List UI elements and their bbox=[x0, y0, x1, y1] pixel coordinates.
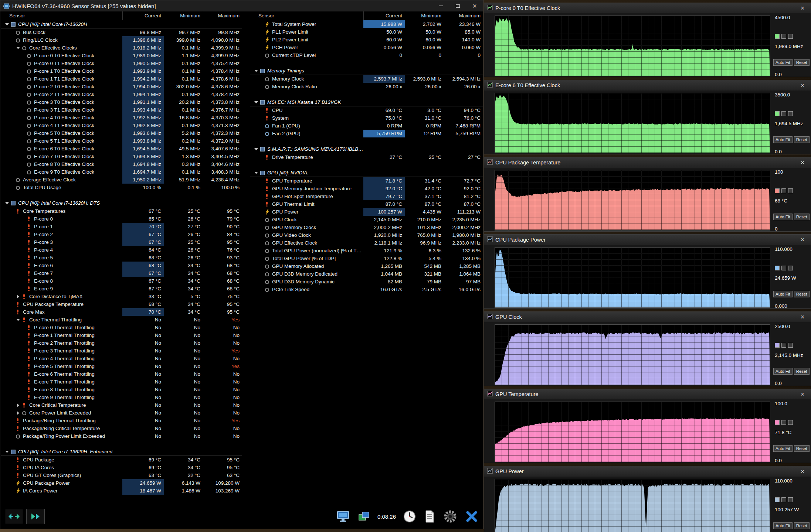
sensor-row[interactable]: Fan 1 (CPU)0 RPM0 RPM7,468 RPM bbox=[250, 122, 483, 130]
clock-button[interactable] bbox=[403, 509, 417, 524]
sensor-row[interactable]: CPU Package Temperature68 °C34 °C95 °C bbox=[1, 300, 242, 308]
sensor-row[interactable]: CPU IA Cores69 °C34 °C95 °C bbox=[1, 464, 242, 471]
sensor-row[interactable]: Fan 2 (GPU)5,759 RPM12 RPM5,759 RPM bbox=[250, 130, 483, 137]
sensor-row[interactable]: Total System Power15.988 W2.702 W23.346 … bbox=[250, 20, 483, 28]
graph-color-swatch[interactable] bbox=[775, 188, 780, 193]
graph-color-swatch[interactable] bbox=[775, 111, 780, 116]
close-icon[interactable]: × bbox=[797, 4, 808, 12]
expand-arrow-icon[interactable] bbox=[15, 410, 21, 415]
sensor-row[interactable]: P-core 1 T1 Effective Clock1,994.2 MHz0.… bbox=[1, 75, 242, 83]
sensor-row[interactable]: PCH Power0.056 W0.056 W0.060 W bbox=[250, 44, 483, 51]
close-icon[interactable]: × bbox=[797, 236, 808, 244]
sensor-row[interactable]: P-core 5 Thermal ThrottlingNoNoYes bbox=[1, 362, 242, 370]
remote-monitor-button[interactable] bbox=[336, 510, 350, 523]
reorder-left-right-button[interactable] bbox=[5, 509, 23, 524]
reset-button[interactable]: Reset bbox=[794, 445, 810, 452]
sensor-row[interactable]: P-core 0 T1 Effective Clock1,990.5 MHz0.… bbox=[1, 59, 242, 67]
report-button[interactable] bbox=[423, 509, 436, 524]
graph-color-swatch[interactable] bbox=[775, 266, 780, 270]
graph-titlebar[interactable]: GPU Clock× bbox=[484, 312, 811, 322]
sensor-row[interactable]: IA Cores Power18.467 W1.486 W103.269 W bbox=[1, 487, 242, 495]
sensor-row[interactable]: Core Distance to TjMAX33 °C5 °C75 °C bbox=[1, 293, 242, 300]
auto-fit-button[interactable]: Auto Fit bbox=[773, 291, 793, 297]
sensor-row[interactable]: CPU69.0 °C3.0 °C94.0 °C bbox=[250, 106, 483, 114]
collapse-arrow-icon[interactable] bbox=[253, 170, 259, 175]
sensor-row[interactable]: P-core 4 T0 Effective Clock1,992.5 MHz16… bbox=[1, 114, 242, 122]
graph-color-swatch[interactable] bbox=[781, 497, 786, 502]
sensor-row[interactable]: Ring/LLC Clock1,396.6 MHz399.0 MHz4,090.… bbox=[1, 36, 242, 44]
sensor-row[interactable]: P-core 4 T1 Effective Clock1,992.8 MHz0.… bbox=[1, 122, 242, 129]
auto-fit-button[interactable]: Auto Fit bbox=[773, 136, 793, 143]
sensor-row[interactable]: P-core 0 T0 Effective Clock1,989.0 MHz1.… bbox=[1, 52, 242, 59]
sensor-row[interactable]: E-core 668 °C34 °C68 °C bbox=[1, 262, 242, 269]
close-button[interactable]: × bbox=[466, 0, 483, 11]
sensor-row[interactable]: Memory Clock Ratio26.00 x26.00 x26.00 x bbox=[250, 83, 483, 91]
sensor-row[interactable]: E-core 9 Thermal ThrottlingNoNoNo bbox=[1, 393, 242, 401]
sensor-row[interactable]: Core Critical TemperatureNoNoNo bbox=[1, 401, 242, 409]
graph-color-swatch[interactable] bbox=[781, 343, 786, 348]
graph-titlebar[interactable]: P-core 0 T0 Effective Clock× bbox=[484, 3, 811, 13]
graph-color-swatch[interactable] bbox=[788, 188, 793, 193]
close-icon[interactable]: × bbox=[797, 313, 808, 321]
sensor-row[interactable]: E-core 6 Thermal ThrottlingNoNoNo bbox=[1, 370, 242, 378]
graph-color-swatch[interactable] bbox=[775, 343, 780, 348]
graph-color-swatch[interactable] bbox=[775, 497, 780, 502]
collapse-arrow-icon[interactable] bbox=[253, 68, 259, 73]
reset-button[interactable]: Reset bbox=[794, 368, 810, 375]
sensor-section-row[interactable]: CPU [#0]: Intel Core i7-13620H: Enhanced bbox=[1, 448, 242, 456]
collapse-arrow-icon[interactable] bbox=[15, 45, 21, 50]
sensor-row[interactable]: Package/Ring Critical TemperatureNoNoNo bbox=[1, 424, 242, 432]
sensor-row[interactable]: GPU Memory Clock2,000.2 MHz101.3 MHz2,00… bbox=[250, 224, 483, 231]
sensor-row[interactable]: Average Effective Clock1,950.2 MHz51.9 M… bbox=[1, 176, 242, 184]
sensor-row[interactable]: P-core 4 Thermal ThrottlingNoNoNo bbox=[1, 355, 242, 362]
graph-color-swatch[interactable] bbox=[788, 266, 793, 270]
graph-color-swatch[interactable] bbox=[781, 420, 786, 425]
sensor-row[interactable]: P-core 5 T0 Effective Clock1,993.6 MHz5.… bbox=[1, 129, 242, 137]
sensor-row[interactable]: P-core 1 Thermal ThrottlingNoNoNo bbox=[1, 331, 242, 339]
sensor-row[interactable]: E-core 8 T0 Effective Clock1,694.8 MHz0.… bbox=[1, 160, 242, 168]
reset-button[interactable]: Reset bbox=[794, 214, 810, 220]
graph-color-swatch[interactable] bbox=[775, 420, 780, 425]
auto-fit-button[interactable]: Auto Fit bbox=[773, 522, 793, 529]
sensor-row[interactable]: GPU D3D Memory Dynamic82 MB79 MB97 MB bbox=[250, 278, 483, 286]
sensor-row[interactable]: Bus Clock99.8 MHz99.7 MHz99.8 MHz bbox=[1, 28, 242, 36]
sensor-section-row[interactable]: GPU [#0]: NVIDIA: bbox=[250, 169, 483, 177]
sensor-row[interactable]: P-core 267 °C26 °C84 °C bbox=[1, 231, 242, 238]
collapse-arrow-icon[interactable] bbox=[15, 317, 21, 322]
sensor-row[interactable]: E-core 7 T0 Effective Clock1,694.8 MHz1.… bbox=[1, 153, 242, 160]
sensor-row[interactable]: P-core 3 Thermal ThrottlingNoNoYes bbox=[1, 347, 242, 355]
sensor-row[interactable]: P-core 065 °C26 °C79 °C bbox=[1, 215, 242, 223]
sensor-row[interactable]: GPU Hot Spot Temperature79.7 °C37.1 °C81… bbox=[250, 192, 483, 200]
graph-color-swatch[interactable] bbox=[788, 343, 793, 348]
sensor-row[interactable]: P-core 464 °C26 °C76 °C bbox=[1, 246, 242, 254]
graph-color-swatch[interactable] bbox=[788, 34, 793, 39]
sensor-row[interactable]: GPU Memory Junction Temperature92.0 °C42… bbox=[250, 185, 483, 192]
sensor-section-row[interactable]: CPU [#0]: Intel Core i7-13620H bbox=[1, 20, 242, 28]
layout-windows-button[interactable] bbox=[357, 510, 371, 523]
sensor-row[interactable]: GPU Temperature71.8 °C31.4 °C72.7 °C bbox=[250, 177, 483, 185]
graph-color-swatch[interactable] bbox=[788, 420, 793, 425]
sensor-row[interactable]: GPU Video Clock1,920.0 MHz765.0 MHz1,980… bbox=[250, 231, 483, 239]
auto-fit-button[interactable]: Auto Fit bbox=[773, 59, 793, 66]
sensor-row[interactable]: Memory Clock2,593.7 MHz2,593.0 MHz2,594.… bbox=[250, 75, 483, 83]
sensor-row[interactable]: Current cTDP Level000 bbox=[250, 51, 483, 59]
sensor-row[interactable]: GPU Clock2,145.0 MHz210.0 MHz2,235.0 MHz bbox=[250, 216, 483, 224]
auto-fit-button[interactable]: Auto Fit bbox=[773, 214, 793, 220]
sensor-row[interactable]: Total GPU Power (normalized) [% of TDP]1… bbox=[250, 247, 483, 255]
graph-color-swatch[interactable] bbox=[781, 188, 786, 193]
reset-button[interactable]: Reset bbox=[794, 291, 810, 297]
sensor-row[interactable]: CPU Package Power24.659 W6.143 W109.280 … bbox=[1, 479, 242, 487]
sensor-row[interactable]: P-core 2 T0 Effective Clock1,994.0 MHz30… bbox=[1, 83, 242, 91]
sensor-row[interactable]: P-core 2 Thermal ThrottlingNoNoNo bbox=[1, 339, 242, 347]
window-titlebar[interactable]: HWiNFO64 v7.36-4960 Sensor Status [255 v… bbox=[0, 0, 483, 11]
settings-gear-button[interactable] bbox=[442, 509, 458, 524]
sensor-row[interactable]: P-core 170 °C27 °C90 °C bbox=[1, 223, 242, 231]
sensor-row[interactable]: PL1 Power Limit50.0 W50.0 W85.0 W bbox=[250, 28, 483, 36]
sensor-row[interactable]: Package/Ring Thermal ThrottlingNoNoYes bbox=[1, 417, 242, 424]
collapse-arrow-icon[interactable] bbox=[4, 201, 10, 205]
fast-forward-button[interactable] bbox=[26, 509, 45, 524]
close-icon[interactable]: × bbox=[797, 82, 808, 89]
sensor-row[interactable]: Total GPU Power [% of TDP]122.8 %5.4 %13… bbox=[250, 255, 483, 262]
collapse-arrow-icon[interactable] bbox=[4, 22, 10, 27]
close-icon[interactable]: × bbox=[797, 159, 808, 167]
